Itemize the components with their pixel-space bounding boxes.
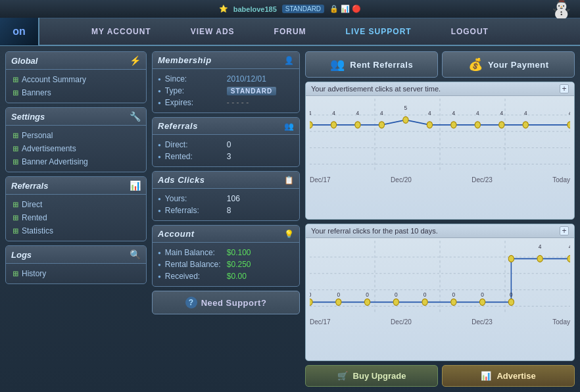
type-value: STANDARD — [227, 87, 276, 95]
magnifier-icon: 🔍 — [130, 249, 141, 260]
your-payment-button[interactable]: 💰 Your Payment — [442, 51, 575, 78]
sidebar-global-section: Global ⚡ ⊞ Account Summary ⊞ Banners — [5, 51, 147, 103]
rental-balance-label: Rental Balance: — [165, 260, 224, 269]
received-row: ● Received: $0.00 — [158, 270, 294, 282]
chart1-date3: Dec/23 — [471, 176, 493, 184]
chart1-expand-button[interactable]: + — [560, 84, 569, 93]
sidebar-item-banner-advertising[interactable]: ⊞ Banner Advertising — [11, 155, 141, 168]
personal-label: Personal — [22, 131, 53, 140]
since-label: Since: — [165, 74, 224, 84]
plus-icon: ⊞ — [12, 76, 18, 84]
rented-label: Rented: — [165, 152, 224, 161]
bullet-icon: ● — [158, 208, 161, 214]
bullet-icon: ● — [158, 250, 161, 256]
sidebar-item-advertisements[interactable]: ⊞ Advertisements — [11, 142, 141, 155]
history-label: History — [22, 269, 46, 278]
payment-icon: 💰 — [468, 57, 483, 72]
rental-balance-value: $0.250 — [227, 260, 251, 269]
svg-text:0: 0 — [510, 290, 513, 297]
nav-forum[interactable]: FORUM — [268, 24, 313, 39]
right-panel: 👥 Rent Referrals 💰 Your Payment Your adv… — [305, 51, 575, 387]
chart2-expand-button[interactable]: + — [560, 226, 569, 235]
nav-bar: on MY ACCOUNT VIEW ADS FORUM LIVE SUPPOR… — [0, 18, 580, 46]
svg-point-7 — [310, 122, 312, 128]
bullet-icon: ● — [158, 262, 161, 268]
svg-text:0: 0 — [423, 290, 427, 297]
ads-clicks-content: ● Yours: 106 ● Referrals: 8 — [153, 189, 299, 220]
chart2-date1: Dec/17 — [310, 318, 331, 326]
chart2-area: 0 0 0 0 0 0 0 0 4 4 — [306, 238, 574, 317]
sidebar-item-history[interactable]: ⊞ History — [11, 267, 141, 280]
sidebar-referrals-section: Referrals 📊 ⊞ Direct ⊞ Rented ⊞ Statisti… — [5, 176, 147, 241]
svg-text:4: 4 — [428, 109, 431, 116]
sidebar-settings-section: Settings 🔧 ⊞ Personal ⊞ Advertisements ⊞… — [5, 107, 147, 172]
sidebar-item-statistics[interactable]: ⊞ Statistics — [11, 224, 141, 237]
nav-view-ads[interactable]: VIEW ADS — [184, 24, 241, 39]
svg-text:4: 4 — [310, 109, 311, 116]
yours-row: ● Yours: 106 — [158, 193, 294, 205]
referrals-content: ● Direct: 0 ● Rented: 3 — [153, 135, 299, 166]
svg-point-9 — [355, 122, 360, 128]
main-balance-label: Main Balance: — [165, 248, 224, 257]
nav-live-support[interactable]: LIVE SUPPORT — [339, 24, 418, 39]
svg-text:4: 4 — [452, 109, 456, 116]
clipboard-icon: 📋 — [284, 176, 294, 185]
svg-text:4: 4 — [500, 109, 503, 116]
svg-point-10 — [379, 122, 384, 128]
advertise-button[interactable]: 📊 Advertise — [442, 365, 575, 387]
ads-referrals-label: Referrals: — [165, 206, 224, 215]
svg-text:4: 4 — [476, 109, 479, 116]
nav-my-account[interactable]: MY ACCOUNT — [85, 24, 158, 39]
bullet-icon: ● — [158, 76, 161, 82]
chart1-box: Your advertisement clicks at server time… — [305, 82, 575, 220]
svg-point-43 — [508, 299, 514, 305]
sidebar-logs-header: Logs 🔍 — [6, 246, 146, 264]
nav-logout[interactable]: LOGOUT — [445, 24, 495, 39]
rented-label: Rented — [22, 213, 47, 222]
sidebar-item-account-summary[interactable]: ⊞ Account Summary — [11, 73, 141, 86]
plus-icon: ⊞ — [12, 158, 18, 166]
chart2-svg: 0 0 0 0 0 0 0 0 4 4 — [310, 241, 570, 314]
chart2-title-text: Your referral clicks for the past 10 day… — [311, 227, 438, 235]
sidebar-logs-title: Logs — [11, 250, 32, 260]
status-icons: 🔒 📊 🔴 — [329, 5, 361, 13]
sidebar-item-direct[interactable]: ⊞ Direct — [11, 198, 141, 211]
advertise-icon: 📊 — [481, 371, 491, 381]
svg-point-44 — [508, 255, 514, 262]
bullet-icon: ● — [158, 142, 161, 148]
ads-clicks-title: Ads Clicks — [158, 175, 205, 185]
svg-text:0: 0 — [310, 290, 311, 297]
svg-text:4: 4 — [569, 109, 570, 116]
main-balance-value: $0.100 — [227, 248, 251, 257]
rental-balance-row: ● Rental Balance: $0.250 — [158, 258, 294, 270]
membership-title: Membership — [158, 55, 212, 65]
account-header: Account 💡 — [153, 226, 299, 243]
plus-icon: ⊞ — [12, 145, 18, 153]
svg-point-45 — [537, 255, 543, 262]
star-icon: ⭐ — [219, 5, 228, 13]
account-summary-label: Account Summary — [22, 75, 86, 84]
sidebar-referrals-title: Referrals — [11, 181, 48, 191]
sidebar-global-title: Global — [11, 56, 37, 66]
banners-label: Banners — [22, 88, 51, 97]
chart1-date4: Today — [552, 176, 570, 184]
account-content: ● Main Balance: $0.100 ● Rental Balance:… — [153, 243, 299, 286]
buy-upgrade-button[interactable]: 🛒 Buy Upgrade — [305, 365, 438, 387]
upgrade-icon: 🛒 — [337, 371, 348, 381]
lightning-icon: ⚡ — [130, 55, 141, 66]
svg-text:0: 0 — [481, 290, 484, 297]
received-value: $0.00 — [227, 272, 247, 281]
sidebar-item-rented[interactable]: ⊞ Rented — [11, 211, 141, 224]
bullet-icon: ● — [158, 88, 161, 94]
svg-text:4: 4 — [539, 243, 542, 250]
sidebar-item-banners[interactable]: ⊞ Banners — [11, 86, 141, 99]
svg-point-37 — [336, 299, 341, 305]
sidebar-item-personal[interactable]: ⊞ Personal — [11, 129, 141, 142]
type-row: ● Type: STANDARD — [158, 85, 294, 97]
chart2-date4: Today — [552, 318, 570, 326]
chart1-area: 4 4 4 4 5 4 4 4 4 4 4 — [306, 96, 574, 175]
need-support-button[interactable]: ? Need Support? — [152, 291, 300, 314]
rent-referrals-icon: 👥 — [330, 57, 345, 72]
snowman-icon: ⛄ — [549, 0, 573, 20]
rent-referrals-button[interactable]: 👥 Rent Referrals — [305, 51, 438, 78]
